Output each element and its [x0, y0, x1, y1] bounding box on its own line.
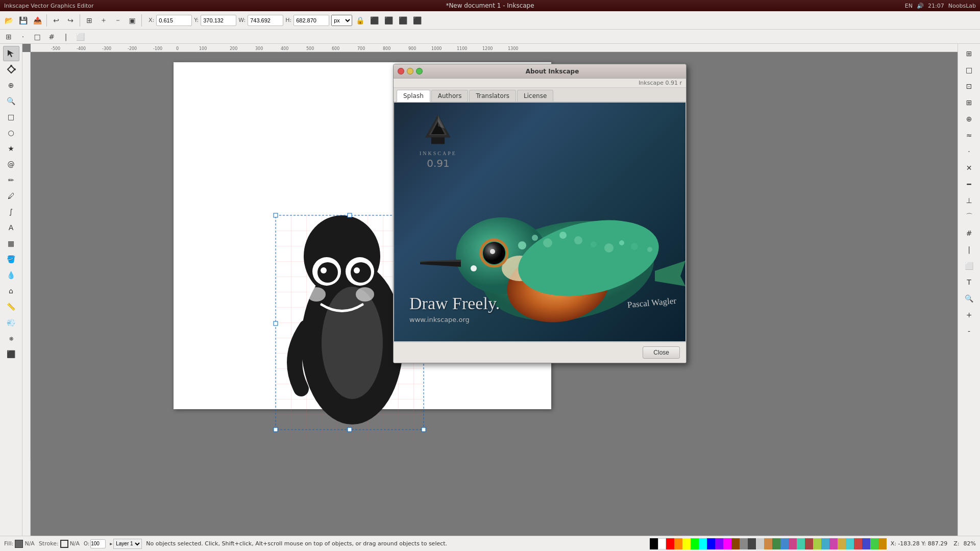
h-input[interactable] — [293, 15, 329, 26]
color-swatch-amber[interactable] — [878, 538, 887, 549]
zoom-in-button[interactable]: ＋ — [97, 14, 110, 27]
dialog-max-btn[interactable] — [416, 68, 423, 74]
rect-tool[interactable]: □ — [3, 109, 19, 124]
y-input[interactable] — [201, 15, 236, 26]
measure-tool[interactable]: 📏 — [3, 299, 19, 314]
open-button[interactable]: 📂 — [2, 14, 15, 27]
select-tool[interactable] — [3, 46, 19, 61]
color-swatch-darkgray[interactable] — [748, 538, 756, 549]
zoom-controls[interactable]: 🔍 — [961, 291, 977, 306]
color-swatch-tan[interactable] — [764, 538, 772, 549]
align-top-button[interactable]: ⬛ — [410, 14, 424, 27]
color-swatch-magenta[interactable] — [723, 538, 731, 549]
redo-button[interactable]: ↪ — [64, 14, 77, 27]
color-swatch-crimson[interactable] — [854, 538, 862, 549]
color-swatch-orange[interactable] — [674, 538, 682, 549]
snap-midpoints[interactable]: ⊞ — [961, 95, 977, 110]
snap-enable[interactable]: ⊞ — [961, 46, 977, 61]
tab-splash[interactable]: Splash — [397, 90, 430, 102]
color-swatch-indigo[interactable] — [862, 538, 870, 549]
node-tool[interactable] — [3, 62, 19, 77]
tab-translators[interactable]: Translators — [469, 90, 516, 102]
color-swatch-lightgray[interactable] — [756, 538, 764, 549]
snap-perp[interactable]: ⊥ — [961, 193, 977, 208]
w-input[interactable] — [248, 15, 283, 26]
zoom-page-button[interactable]: ▣ — [126, 14, 139, 27]
color-swatch-gray[interactable] — [740, 538, 748, 549]
color-swatch-chartreuse[interactable] — [870, 538, 878, 549]
star-tool[interactable]: ★ — [3, 141, 19, 156]
zoom-out-button[interactable]: － — [111, 14, 125, 27]
color-swatch-blue[interactable] — [707, 538, 715, 549]
color-swatch-brown[interactable] — [731, 538, 740, 549]
zoom-tool[interactable]: 🔍 — [3, 93, 19, 109]
save-button[interactable]: 💾 — [16, 14, 30, 27]
stroke-color-swatch[interactable] — [60, 540, 68, 548]
snap-grid[interactable]: # — [45, 30, 58, 43]
align-left-button[interactable]: ⬛ — [368, 14, 381, 27]
text-tool[interactable]: A — [3, 220, 19, 235]
spray-tool[interactable]: 💨 — [3, 315, 19, 330]
color-swatch-aqua[interactable] — [846, 538, 854, 549]
snap-page-right[interactable]: ⬜ — [961, 258, 977, 273]
color-swatch-maroon[interactable] — [805, 538, 813, 549]
color-swatch-pink[interactable] — [789, 538, 797, 549]
snap-bbox[interactable]: □ — [31, 30, 44, 43]
dialog-min-btn[interactable] — [407, 68, 413, 74]
spiral-tool[interactable]: @ — [3, 157, 19, 172]
tab-authors[interactable]: Authors — [431, 90, 469, 102]
snap-guide[interactable]: | — [59, 30, 72, 43]
snap-path[interactable]: ━ — [961, 177, 977, 192]
zoom-in-right[interactable]: + — [961, 307, 977, 322]
snap-text-base[interactable]: T — [961, 274, 977, 290]
pencil-tool[interactable]: ✏ — [3, 172, 19, 188]
color-swatch-purple[interactable] — [715, 538, 723, 549]
color-swatch-green[interactable] — [691, 538, 699, 549]
snap-page[interactable]: ⬜ — [74, 30, 87, 43]
tweak-tool[interactable]: ⊕ — [3, 78, 19, 93]
align-center-button[interactable]: ⬛ — [382, 14, 395, 27]
color-swatch-olive[interactable] — [772, 538, 780, 549]
snap-smooth[interactable]: ≈ — [961, 128, 977, 143]
color-swatch-steel[interactable] — [780, 538, 789, 549]
snap-toggle[interactable]: ⊞ — [2, 30, 15, 43]
layer-selector[interactable]: Layer 1 — [113, 539, 142, 549]
fill-color-swatch[interactable] — [15, 540, 23, 548]
eraser-tool[interactable]: ⎈ — [3, 331, 19, 346]
fill-tool[interactable]: 🪣 — [3, 252, 19, 267]
color-swatch-teal[interactable] — [797, 538, 805, 549]
zoom-fit-button[interactable]: ⊞ — [83, 14, 96, 27]
dialog-close-btn[interactable] — [398, 68, 404, 74]
export-button[interactable]: 📤 — [31, 14, 44, 27]
color-swatch-skyblue[interactable] — [821, 538, 829, 549]
color-swatch-black[interactable] — [650, 538, 658, 549]
calligraphy-tool[interactable]: ∫ — [3, 204, 19, 219]
zoom-out-right[interactable]: - — [961, 323, 977, 339]
pen-tool[interactable]: 🖊 — [3, 188, 19, 204]
snap-nodes[interactable]: · — [16, 30, 30, 43]
connect-tool[interactable]: ⌂ — [3, 283, 19, 298]
snap-tang[interactable]: ⌒ — [961, 209, 977, 224]
close-dialog-button[interactable]: Close — [643, 346, 680, 359]
tab-license[interactable]: License — [517, 90, 553, 102]
color-swatch-red[interactable] — [666, 538, 674, 549]
dropper-tool[interactable]: 💧 — [3, 267, 19, 283]
opacity-input[interactable] — [90, 539, 106, 548]
gradient-tool[interactable]: ▦ — [3, 236, 19, 251]
3d-box-tool[interactable]: ⬛ — [3, 346, 19, 362]
unit-selector[interactable]: px mm cm in — [331, 15, 352, 26]
color-swatch-lime[interactable] — [813, 538, 821, 549]
snap-grid-right[interactable]: # — [961, 226, 977, 241]
color-swatch-gold[interactable] — [838, 538, 846, 549]
ellipse-tool[interactable]: ○ — [3, 125, 19, 140]
color-swatch-yellow[interactable] — [682, 538, 691, 549]
snap-corners[interactable]: ⊡ — [961, 79, 977, 94]
color-swatch-cyan[interactable] — [699, 538, 707, 549]
x-input[interactable] — [156, 15, 192, 26]
snap-guide-right[interactable]: | — [961, 242, 977, 257]
snap-bbox-right[interactable]: □ — [961, 62, 977, 78]
lock-aspect-button[interactable]: 🔒 — [353, 14, 366, 27]
snap-nodes-right[interactable]: · — [961, 144, 977, 159]
undo-button[interactable]: ↩ — [50, 14, 63, 27]
color-swatch-violet[interactable] — [829, 538, 838, 549]
